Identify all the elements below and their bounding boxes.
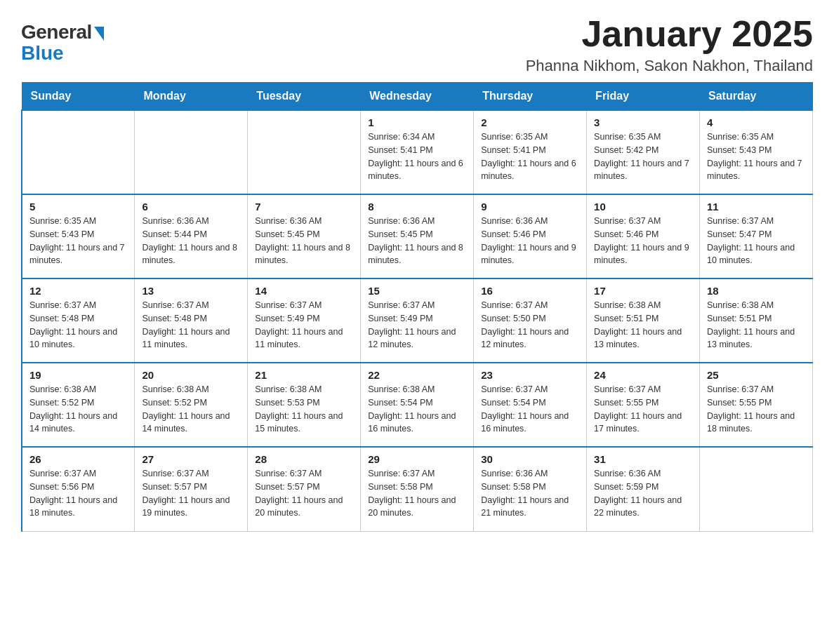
day-info: Sunrise: 6:36 AMSunset: 5:58 PMDaylight:… xyxy=(481,467,579,520)
day-info: Sunrise: 6:38 AMSunset: 5:53 PMDaylight:… xyxy=(255,383,353,436)
day-number: 16 xyxy=(481,285,579,297)
calendar-week-row: 1Sunrise: 6:34 AMSunset: 5:41 PMDaylight… xyxy=(22,110,813,194)
day-number: 4 xyxy=(707,116,805,128)
calendar-cell: 12Sunrise: 6:37 AMSunset: 5:48 PMDayligh… xyxy=(22,279,135,363)
day-number: 11 xyxy=(707,201,805,213)
day-number: 12 xyxy=(29,285,127,297)
calendar-cell: 23Sunrise: 6:37 AMSunset: 5:54 PMDayligh… xyxy=(474,363,587,447)
calendar-cell: 25Sunrise: 6:37 AMSunset: 5:55 PMDayligh… xyxy=(700,363,813,447)
calendar-cell: 14Sunrise: 6:37 AMSunset: 5:49 PMDayligh… xyxy=(248,279,361,363)
day-number: 20 xyxy=(142,369,240,381)
day-number: 13 xyxy=(142,285,240,297)
calendar-cell: 27Sunrise: 6:37 AMSunset: 5:57 PMDayligh… xyxy=(135,447,248,531)
day-number: 19 xyxy=(29,369,127,381)
day-info: Sunrise: 6:34 AMSunset: 5:41 PMDaylight:… xyxy=(368,130,466,183)
day-number: 31 xyxy=(594,453,692,465)
calendar-cell: 29Sunrise: 6:37 AMSunset: 5:58 PMDayligh… xyxy=(361,447,474,531)
day-number: 28 xyxy=(255,453,353,465)
calendar-header-friday: Friday xyxy=(587,83,700,111)
day-info: Sunrise: 6:36 AMSunset: 5:45 PMDaylight:… xyxy=(255,215,353,267)
day-number: 23 xyxy=(481,369,579,381)
calendar-table: SundayMondayTuesdayWednesdayThursdayFrid… xyxy=(21,82,813,532)
day-number: 30 xyxy=(481,453,579,465)
calendar-cell: 4Sunrise: 6:35 AMSunset: 5:43 PMDaylight… xyxy=(700,110,813,194)
day-info: Sunrise: 6:37 AMSunset: 5:55 PMDaylight:… xyxy=(594,383,692,436)
calendar-cell: 21Sunrise: 6:38 AMSunset: 5:53 PMDayligh… xyxy=(248,363,361,447)
day-number: 26 xyxy=(29,453,127,465)
day-number: 15 xyxy=(368,285,466,297)
calendar-cell: 8Sunrise: 6:36 AMSunset: 5:45 PMDaylight… xyxy=(361,194,474,279)
calendar-subtitle: Phanna Nikhom, Sakon Nakhon, Thailand xyxy=(526,57,813,75)
day-number: 10 xyxy=(594,201,692,213)
day-info: Sunrise: 6:35 AMSunset: 5:41 PMDaylight:… xyxy=(481,130,579,183)
day-number: 9 xyxy=(481,201,579,213)
calendar-header-tuesday: Tuesday xyxy=(248,83,361,111)
calendar-cell: 20Sunrise: 6:38 AMSunset: 5:52 PMDayligh… xyxy=(135,363,248,447)
day-info: Sunrise: 6:37 AMSunset: 5:55 PMDaylight:… xyxy=(707,383,805,436)
title-area: January 2025 Phanna Nikhom, Sakon Nakhon… xyxy=(526,14,813,75)
day-number: 21 xyxy=(255,369,353,381)
day-info: Sunrise: 6:38 AMSunset: 5:51 PMDaylight:… xyxy=(594,299,692,351)
day-number: 18 xyxy=(707,285,805,297)
calendar-header-saturday: Saturday xyxy=(700,83,813,111)
calendar-week-row: 19Sunrise: 6:38 AMSunset: 5:52 PMDayligh… xyxy=(22,363,813,447)
day-info: Sunrise: 6:35 AMSunset: 5:43 PMDaylight:… xyxy=(707,130,805,183)
day-info: Sunrise: 6:37 AMSunset: 5:49 PMDaylight:… xyxy=(368,299,466,351)
day-info: Sunrise: 6:38 AMSunset: 5:51 PMDaylight:… xyxy=(707,299,805,351)
calendar-title: January 2025 xyxy=(526,14,813,54)
day-number: 1 xyxy=(368,116,466,128)
day-info: Sunrise: 6:37 AMSunset: 5:47 PMDaylight:… xyxy=(707,215,805,267)
calendar-cell: 30Sunrise: 6:36 AMSunset: 5:58 PMDayligh… xyxy=(474,447,587,531)
calendar-cell xyxy=(700,447,813,531)
calendar-header-wednesday: Wednesday xyxy=(361,83,474,111)
logo-triangle-icon xyxy=(94,27,104,41)
day-info: Sunrise: 6:38 AMSunset: 5:54 PMDaylight:… xyxy=(368,383,466,436)
day-number: 24 xyxy=(594,369,692,381)
calendar-cell: 7Sunrise: 6:36 AMSunset: 5:45 PMDaylight… xyxy=(248,194,361,279)
calendar-week-row: 5Sunrise: 6:35 AMSunset: 5:43 PMDaylight… xyxy=(22,194,813,279)
day-info: Sunrise: 6:37 AMSunset: 5:56 PMDaylight:… xyxy=(29,467,127,520)
day-info: Sunrise: 6:37 AMSunset: 5:57 PMDaylight:… xyxy=(142,467,240,520)
day-number: 5 xyxy=(29,201,127,213)
calendar-cell xyxy=(248,110,361,194)
day-info: Sunrise: 6:38 AMSunset: 5:52 PMDaylight:… xyxy=(142,383,240,436)
calendar-header-monday: Monday xyxy=(135,83,248,111)
day-info: Sunrise: 6:37 AMSunset: 5:48 PMDaylight:… xyxy=(142,299,240,351)
calendar-cell xyxy=(135,110,248,194)
day-info: Sunrise: 6:37 AMSunset: 5:48 PMDaylight:… xyxy=(29,299,127,351)
calendar-cell: 11Sunrise: 6:37 AMSunset: 5:47 PMDayligh… xyxy=(700,194,813,279)
day-info: Sunrise: 6:37 AMSunset: 5:57 PMDaylight:… xyxy=(255,467,353,520)
day-number: 22 xyxy=(368,369,466,381)
day-info: Sunrise: 6:35 AMSunset: 5:42 PMDaylight:… xyxy=(594,130,692,183)
day-number: 25 xyxy=(707,369,805,381)
day-number: 8 xyxy=(368,201,466,213)
calendar-cell: 10Sunrise: 6:37 AMSunset: 5:46 PMDayligh… xyxy=(587,194,700,279)
logo: General Blue xyxy=(21,14,104,65)
logo-blue-text: Blue xyxy=(21,42,64,65)
day-info: Sunrise: 6:37 AMSunset: 5:54 PMDaylight:… xyxy=(481,383,579,436)
calendar-cell: 24Sunrise: 6:37 AMSunset: 5:55 PMDayligh… xyxy=(587,363,700,447)
day-info: Sunrise: 6:36 AMSunset: 5:59 PMDaylight:… xyxy=(594,467,692,520)
day-info: Sunrise: 6:37 AMSunset: 5:58 PMDaylight:… xyxy=(368,467,466,520)
day-info: Sunrise: 6:36 AMSunset: 5:46 PMDaylight:… xyxy=(481,215,579,267)
calendar-cell: 3Sunrise: 6:35 AMSunset: 5:42 PMDaylight… xyxy=(587,110,700,194)
calendar-cell: 19Sunrise: 6:38 AMSunset: 5:52 PMDayligh… xyxy=(22,363,135,447)
day-number: 6 xyxy=(142,201,240,213)
day-number: 14 xyxy=(255,285,353,297)
logo-general-text: General xyxy=(21,21,92,43)
calendar-header-sunday: Sunday xyxy=(22,83,135,111)
day-info: Sunrise: 6:37 AMSunset: 5:49 PMDaylight:… xyxy=(255,299,353,351)
day-info: Sunrise: 6:36 AMSunset: 5:44 PMDaylight:… xyxy=(142,215,240,267)
calendar-cell: 31Sunrise: 6:36 AMSunset: 5:59 PMDayligh… xyxy=(587,447,700,531)
calendar-cell: 18Sunrise: 6:38 AMSunset: 5:51 PMDayligh… xyxy=(700,279,813,363)
calendar-cell: 17Sunrise: 6:38 AMSunset: 5:51 PMDayligh… xyxy=(587,279,700,363)
calendar-cell: 15Sunrise: 6:37 AMSunset: 5:49 PMDayligh… xyxy=(361,279,474,363)
calendar-cell: 22Sunrise: 6:38 AMSunset: 5:54 PMDayligh… xyxy=(361,363,474,447)
calendar-cell: 16Sunrise: 6:37 AMSunset: 5:50 PMDayligh… xyxy=(474,279,587,363)
calendar-cell: 26Sunrise: 6:37 AMSunset: 5:56 PMDayligh… xyxy=(22,447,135,531)
header: General Blue January 2025 Phanna Nikhom,… xyxy=(21,14,813,75)
calendar-cell: 1Sunrise: 6:34 AMSunset: 5:41 PMDaylight… xyxy=(361,110,474,194)
calendar-week-row: 26Sunrise: 6:37 AMSunset: 5:56 PMDayligh… xyxy=(22,447,813,531)
day-info: Sunrise: 6:37 AMSunset: 5:46 PMDaylight:… xyxy=(594,215,692,267)
calendar-cell: 5Sunrise: 6:35 AMSunset: 5:43 PMDaylight… xyxy=(22,194,135,279)
